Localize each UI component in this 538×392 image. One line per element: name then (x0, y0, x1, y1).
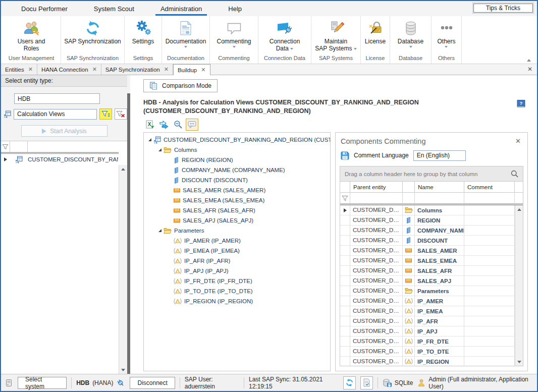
comment-cell[interactable] (464, 276, 515, 286)
comment-button[interactable] (186, 119, 198, 131)
ribbon-button-commenting[interactable]: Commenting (210, 16, 258, 54)
disconnect-button[interactable]: Disconnect (130, 377, 175, 389)
comment-row-sales-emea[interactable]: CUSTOMER_DISCOUNT_BY_RANKING_AND_REGIONS… (340, 256, 523, 266)
comment-cell[interactable] (464, 256, 515, 266)
tab-close-icon[interactable]: ✕ (92, 66, 97, 73)
comment-cell[interactable] (464, 286, 515, 296)
column-header-parent-entity[interactable]: Parent entity (350, 182, 403, 193)
scroll-up-icon[interactable] (515, 205, 523, 213)
entity-grid-row[interactable]: CUSTOMER_DISCOUNT_BY_RANKING_AND_REGION (1, 154, 127, 165)
ribbon-button-others[interactable]: Others (432, 16, 461, 54)
expand-triangle-icon[interactable] (156, 148, 164, 151)
filter-button[interactable] (99, 108, 112, 120)
comment-cell[interactable] (464, 326, 515, 337)
tabbar-close-icon[interactable]: ✕ (527, 66, 532, 73)
comment-cell[interactable] (464, 226, 515, 236)
tree-item-sales-apj[interactable]: SALES_APJ (SALES_APJ) (144, 215, 330, 226)
comment-row-ip-amer[interactable]: CUSTOMER_DISCOUNT_BY_RANKING_AND_REGIONI… (340, 296, 523, 306)
tab-buildup[interactable]: Buildup✕ (173, 64, 210, 75)
ribbon-button-sap-synchronization[interactable]: SAP Synchronization (61, 16, 124, 54)
tree-item-ip-apj[interactable]: IP_APJ (IP_APJ) (144, 266, 330, 276)
menu-item-system-scout[interactable]: System Scout (81, 1, 147, 16)
entity-grid-filter-row[interactable] (1, 141, 127, 152)
scroll-up-icon[interactable] (119, 165, 127, 173)
tree-item-company-name[interactable]: COMPANY_NAME (COMPANY_NAME) (144, 165, 330, 175)
help-icon[interactable]: ? (516, 99, 526, 108)
scroll-down-icon[interactable] (515, 358, 523, 366)
comment-cell[interactable] (464, 357, 515, 366)
comment-row-sales-apj[interactable]: CUSTOMER_DISCOUNT_BY_RANKING_AND_REGIONS… (340, 276, 523, 286)
sync-now-button[interactable] (343, 376, 356, 389)
comments-table-scrollbar[interactable] (515, 205, 523, 366)
ribbon-button-user-management[interactable]: Users andRoles (2, 16, 61, 54)
menu-item-help[interactable]: Help (215, 1, 255, 16)
expand-triangle-icon[interactable] (146, 138, 153, 141)
table-filter-row[interactable] (340, 193, 523, 204)
expand-triangle-icon[interactable] (156, 229, 164, 232)
group-by-bar[interactable]: Drag a column header here to group by th… (340, 166, 523, 182)
ribbon-button-settings[interactable]: Settings (125, 16, 162, 54)
comment-cell[interactable] (464, 246, 515, 256)
tree-item-ip-amer[interactable]: IP_AMER (IP_AMER) (144, 236, 330, 246)
comment-cell[interactable] (464, 215, 515, 226)
tree-item-parameters[interactable]: Parameters (144, 226, 330, 236)
export-excel-button[interactable]: X (143, 119, 156, 131)
tree-item-region[interactable]: REGION (REGION) (144, 155, 330, 165)
comment-cell[interactable] (464, 205, 515, 215)
ribbon-button-connection-data[interactable]: ConnectionData (258, 16, 311, 54)
ribbon-button-license[interactable]: License (361, 16, 390, 54)
save-comment-icon[interactable] (341, 151, 349, 160)
clear-filter-button[interactable] (115, 108, 127, 120)
comment-row-ip-emea[interactable]: CUSTOMER_DISCOUNT_BY_RANKING_AND_REGIONI… (340, 306, 523, 316)
comment-cell[interactable] (464, 347, 515, 357)
comment-row-region[interactable]: CUSTOMER_DISCOUNT_BY_RANKING_AND_REGIONR… (340, 215, 523, 226)
tab-close-icon[interactable]: ✕ (28, 66, 33, 73)
search-icon[interactable] (511, 170, 518, 178)
ribbon-button-database[interactable]: Database (390, 16, 431, 54)
tree-item-ip-to-dte[interactable]: IP_TO_DTE (IP_TO_DTE) (144, 286, 330, 296)
comment-row-ip-to-dte[interactable]: CUSTOMER_DISCOUNT_BY_RANKING_AND_REGIONI… (340, 347, 523, 357)
tree-item-sales-amer[interactable]: SALES_AMER (SALES_AMER) (144, 185, 330, 195)
comparison-mode-button[interactable]: Comparison Mode (143, 79, 218, 92)
ribbon-collapse-icon[interactable] (527, 59, 531, 62)
tree-item-ip-afr[interactable]: IP_AFR (IP_AFR) (144, 256, 330, 266)
transfer-button[interactable] (157, 119, 170, 131)
ribbon-button-sap-systems[interactable]: MaintainSAP Systems (311, 16, 360, 54)
comment-row-parameters[interactable]: CUSTOMER_DISCOUNT_BY_RANKING_AND_REGIONP… (340, 286, 523, 296)
tree-item-sales-afr[interactable]: SALES_AFR (SALES_AFR) (144, 205, 330, 215)
comment-cell[interactable] (464, 236, 515, 246)
comment-row-columns[interactable]: CUSTOMER_DISCOUNT_BY_RANKING_AND_REGIONC… (340, 205, 523, 215)
comment-row-sales-afr[interactable]: CUSTOMER_DISCOUNT_BY_RANKING_AND_REGIONS… (340, 266, 523, 276)
tab-entities[interactable]: Entities✕ (1, 64, 37, 75)
tab-close-icon[interactable]: ✕ (164, 66, 169, 73)
comment-row-company-name[interactable]: CUSTOMER_DISCOUNT_BY_RANKING_AND_REGIONC… (340, 226, 523, 236)
system-dropdown[interactable]: HDB (14, 93, 100, 104)
tree-item-ip-fr-dte[interactable]: IP_FR_DTE (IP_FR_DTE) (144, 276, 330, 286)
tips-tricks-button[interactable]: Tips & Tricks (473, 4, 533, 13)
zoom-out-button[interactable] (172, 119, 184, 131)
comment-cell[interactable] (464, 306, 515, 316)
tree-item-ip-region[interactable]: IP_REGION (IP_REGION) (144, 296, 330, 306)
start-analysis-button[interactable]: Start Analysis (21, 125, 107, 137)
tab-sap-synchronization[interactable]: SAP Synchronization✕ (101, 64, 173, 75)
menu-item-administration[interactable]: Administration (147, 1, 215, 16)
log-button[interactable] (360, 376, 373, 389)
comment-row-ip-fr-dte[interactable]: CUSTOMER_DISCOUNT_BY_RANKING_AND_REGIONI… (340, 337, 523, 347)
tree-item-discount[interactable]: DISCOUNT (DISCOUNT) (144, 175, 330, 185)
comment-language-dropdown[interactable]: En (English) (413, 150, 466, 161)
tree-item-columns[interactable]: Columns (144, 145, 330, 155)
comment-cell[interactable] (464, 316, 515, 326)
entity-type-dropdown[interactable]: Calculation Views (14, 109, 97, 120)
tree-item-customer-discount-by-ranking-and-region[interactable]: CUSTOMER_DISCOUNT_BY_RANKING_AND_REGION … (144, 135, 330, 145)
menu-item-docu-performer[interactable]: Docu Performer (8, 1, 81, 16)
select-system-button[interactable]: Select system (18, 377, 67, 389)
ribbon-button-documentation[interactable]: Documentation (162, 16, 209, 54)
comment-row-ip-region[interactable]: CUSTOMER_DISCOUNT_BY_RANKING_AND_REGIONI… (340, 357, 523, 366)
comment-row-sales-amer[interactable]: CUSTOMER_DISCOUNT_BY_RANKING_AND_REGIONS… (340, 246, 523, 256)
tab-close-icon[interactable]: ✕ (201, 67, 205, 73)
comment-cell[interactable] (464, 296, 515, 306)
tab-hana-connection[interactable]: HANA Connection✕ (37, 64, 101, 75)
comment-cell[interactable] (464, 266, 515, 276)
tree-item-sales-emea[interactable]: SALES_EMEA (SALES_EMEA) (144, 195, 330, 205)
comment-cell[interactable] (464, 337, 515, 347)
